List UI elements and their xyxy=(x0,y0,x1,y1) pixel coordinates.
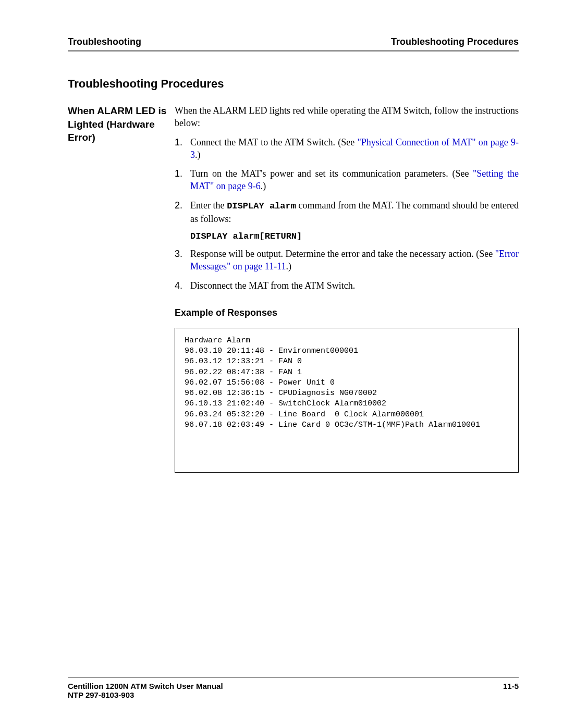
example-subhead: Example of Responses xyxy=(175,307,519,318)
header-right: Troubleshooting Procedures xyxy=(391,36,519,47)
footer-left: Centillion 1200N ATM Switch User Manual … xyxy=(68,682,223,699)
step-text: .) xyxy=(286,261,291,272)
footer-manual-title: Centillion 1200N ATM Switch User Manual xyxy=(68,682,223,690)
step-number: 3. xyxy=(175,248,190,260)
step-body: Connect the MAT to the ATM Switch. (See … xyxy=(190,136,519,162)
side-heading: When ALARM LED is Lighted (Hardware Erro… xyxy=(68,104,175,144)
body-column: When the ALARM LED lights red while oper… xyxy=(175,104,519,473)
page: Troubleshooting Troubleshooting Procedur… xyxy=(0,0,563,728)
step-number: 1. xyxy=(175,167,190,180)
list-item: 4. Disconnect the MAT from the ATM Switc… xyxy=(175,279,519,292)
step-text: .) xyxy=(261,181,266,191)
page-header: Troubleshooting Troubleshooting Procedur… xyxy=(68,36,519,52)
step-text: Turn on the MAT's power and set its comm… xyxy=(190,168,473,179)
responses-box: Hardware Alarm 96.03.10 20:11:48 - Envir… xyxy=(175,328,519,473)
section-title: Troubleshooting Procedures xyxy=(68,77,519,91)
steps-list-cont: 3. Response will be output. Determine th… xyxy=(175,248,519,292)
content-columns: When ALARM LED is Lighted (Hardware Erro… xyxy=(68,104,519,473)
footer-ntp: NTP 297-8103-903 xyxy=(68,690,223,699)
header-left: Troubleshooting xyxy=(68,36,141,47)
step-body: Turn on the MAT's power and set its comm… xyxy=(190,167,519,193)
footer-page-number: 11-5 xyxy=(503,682,519,699)
step-number: 1. xyxy=(175,136,190,149)
step-text: Enter the xyxy=(190,200,227,211)
step-body: Response will be output. Determine the e… xyxy=(190,248,519,273)
list-item: 1. Connect the MAT to the ATM Switch. (S… xyxy=(175,136,519,162)
step-body: Disconnect the MAT from the ATM Switch. xyxy=(190,279,519,292)
list-item: 2. Enter the DISPLAY alarm command from … xyxy=(175,199,519,225)
step-text: .) xyxy=(195,150,201,160)
list-item: 1. Turn on the MAT's power and set its c… xyxy=(175,167,519,193)
step-text: Response will be output. Determine the e… xyxy=(190,249,495,259)
intro-paragraph: When the ALARM LED lights red while oper… xyxy=(175,104,519,130)
step-body: Enter the DISPLAY alarm command from the… xyxy=(190,199,519,225)
steps-list: 1. Connect the MAT to the ATM Switch. (S… xyxy=(175,136,519,225)
cmd-inline: DISPLAY alarm xyxy=(227,201,296,211)
list-item: 3. Response will be output. Determine th… xyxy=(175,248,519,273)
step-number: 4. xyxy=(175,279,190,292)
step-text: Connect the MAT to the ATM Switch. (See xyxy=(190,137,357,147)
step-number: 2. xyxy=(175,199,190,212)
step-text: Disconnect the MAT from the ATM Switch. xyxy=(190,280,355,291)
command-line: DISPLAY alarm[RETURN] xyxy=(190,231,519,241)
page-footer: Centillion 1200N ATM Switch User Manual … xyxy=(68,677,519,699)
